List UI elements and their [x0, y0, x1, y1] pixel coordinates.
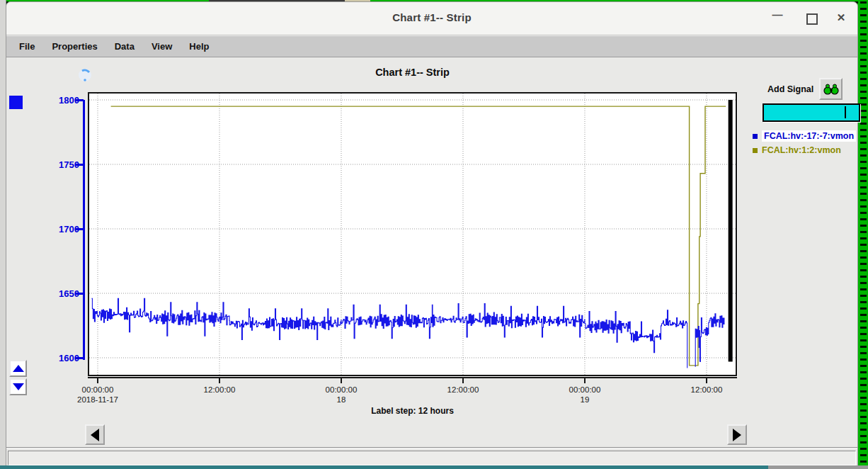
down-arrow-icon [13, 383, 24, 390]
status-bar [8, 451, 856, 465]
chart-canvas [89, 94, 736, 375]
x-tick-label: 00:00:002018-11-17 [64, 385, 132, 405]
right-arrow-icon [733, 429, 741, 441]
x-tick-label: 12:00:00 [673, 385, 741, 395]
menu-data[interactable]: Data [113, 40, 136, 53]
menu-view[interactable]: View [150, 40, 173, 53]
y-tick-label: 1600 [45, 353, 79, 363]
window-title: Chart #1-- Strip [6, 11, 857, 23]
legend-item[interactable]: FCAL:hv:1:2:vmon [753, 145, 841, 155]
legend-bullet-icon [753, 134, 758, 139]
maximize-icon[interactable] [806, 13, 818, 25]
divider [6, 447, 857, 448]
x-tick [706, 378, 707, 383]
title-bar[interactable]: Chart #1-- Strip — ✕ [6, 2, 857, 35]
legend-label: FCAL:hv:1:2:vmon [762, 145, 841, 155]
pan-left-button[interactable] [85, 424, 105, 445]
up-arrow-icon [13, 365, 24, 372]
label-step-text: Label step: 12 hours [88, 406, 737, 416]
y-tick [75, 99, 84, 101]
menu-file[interactable]: File [18, 40, 36, 53]
desktop-artifact [768, 465, 868, 469]
add-signal-label: Add Signal [767, 84, 813, 94]
close-icon[interactable]: ✕ [835, 12, 847, 23]
x-tick [97, 378, 98, 383]
y-tick [75, 164, 84, 166]
menu-properties[interactable]: Properties [50, 40, 98, 53]
binoculars-icon [823, 84, 839, 95]
y-tick [75, 293, 84, 295]
legend-label: FCAL:hv:-17:-7:vmon [762, 130, 856, 142]
y-tick [75, 357, 84, 359]
pan-right-button[interactable] [727, 424, 747, 445]
y-tick-label: 1750 [45, 159, 79, 170]
x-tick-label: 12:00:00 [429, 385, 497, 395]
legend-item[interactable]: FCAL:hv:-17:-7:vmon [753, 130, 856, 142]
y-tick-label: 1700 [45, 224, 79, 234]
striptool-window: Chart #1-- Strip — ✕ File Properties Dat… [6, 1, 858, 466]
desktop-bottom-strip [0, 465, 868, 469]
y-tick-label: 1800 [45, 95, 79, 106]
scale-down-button[interactable] [9, 378, 27, 395]
scale-up-button[interactable] [9, 360, 27, 377]
legend-bullet-icon [753, 148, 758, 153]
x-tick [584, 378, 586, 383]
chart-title: Chart #1-- Strip [88, 67, 737, 78]
left-arrow-icon [91, 429, 99, 441]
plot-area[interactable] [88, 92, 737, 376]
selected-signal-color-swatch[interactable] [9, 96, 23, 109]
x-tick [219, 378, 220, 383]
y-tick-label: 1650 [45, 288, 79, 299]
menu-help[interactable]: Help [188, 40, 210, 53]
x-tick-label: 00:00:0018 [307, 385, 375, 405]
x-tick-label: 12:00:00 [185, 385, 253, 395]
x-tick-label: 00:00:0019 [551, 385, 619, 405]
menu-bar: File Properties Data View Help [6, 35, 857, 57]
x-tick [462, 378, 464, 383]
add-signal-button[interactable] [819, 78, 843, 100]
y-tick [75, 228, 84, 230]
x-axis [88, 377, 737, 378]
text-cursor [845, 106, 846, 118]
minimize-icon[interactable]: — [771, 9, 784, 21]
x-tick [341, 378, 342, 383]
